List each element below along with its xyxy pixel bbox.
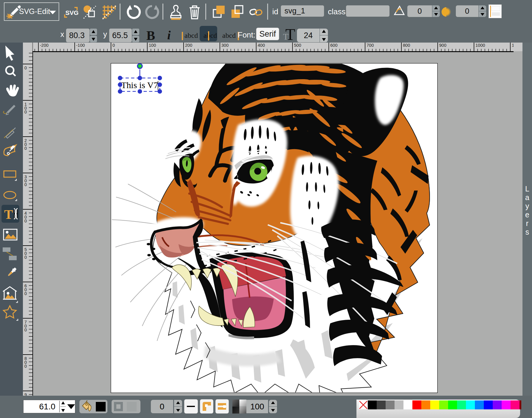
svg-text:SVG: SVG [65,9,78,16]
svg-text:T: T [4,207,13,222]
svg-text:200: 200 [185,43,192,48]
svg-text:100: 100 [24,102,27,114]
svg-text:900: 900 [439,43,446,48]
svg-text:400: 400 [24,211,27,223]
svg-text:600: 600 [330,43,337,48]
svg-text:800: 800 [403,43,410,48]
svg-text:This is V7: This is V7 [121,80,158,90]
svg-text:700: 700 [24,320,27,332]
svg-text:-100: -100 [76,43,85,48]
svg-text:500: 500 [24,247,27,260]
svg-text:800: 800 [24,356,27,369]
svg-text:400: 400 [258,43,265,48]
svg-text:300: 300 [221,43,229,48]
svg-text:0: 0 [24,65,27,70]
svg-text:500: 500 [294,43,301,48]
svg-text:900: 900 [24,392,27,396]
svg-text:-200: -200 [40,43,48,48]
svg-text:600: 600 [24,283,27,296]
svg-text:100: 100 [149,43,156,48]
svg-text:1000: 1000 [475,43,485,48]
svg-text:200: 200 [24,138,27,151]
svg-text:0: 0 [112,43,115,48]
svg-text:700: 700 [367,43,374,48]
svg-text:300: 300 [24,174,27,187]
